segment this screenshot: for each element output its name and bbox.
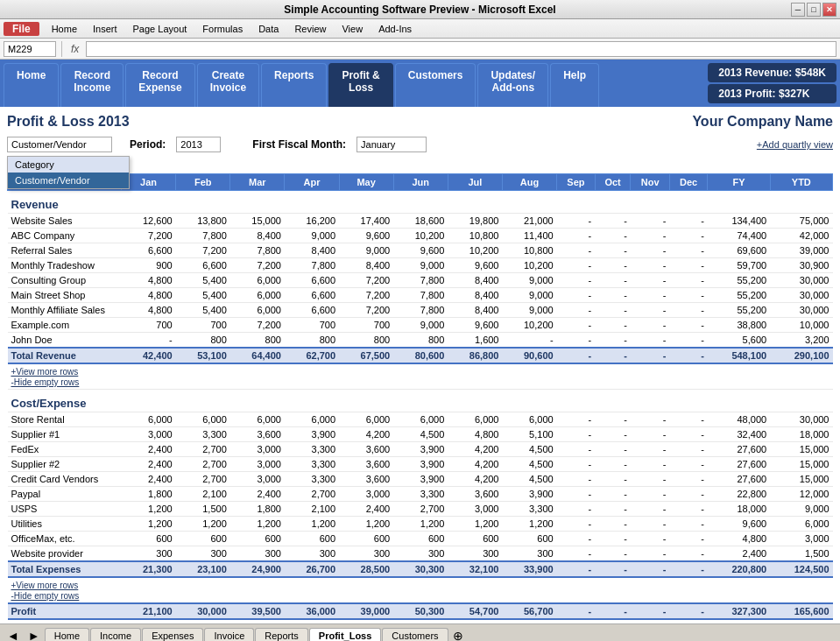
table-row: Utilities1,2001,2001,2001,2001,2001,2001… bbox=[8, 517, 833, 532]
sheet-tab-home[interactable]: Home bbox=[45, 628, 89, 641]
page-title: Profit & Loss 2013 bbox=[7, 114, 130, 130]
fiscal-select[interactable]: January February March bbox=[356, 137, 427, 152]
col-header-apr: Apr bbox=[285, 174, 339, 191]
home-menu[interactable]: Home bbox=[45, 22, 84, 36]
view-menu[interactable]: View bbox=[335, 22, 370, 36]
insert-menu[interactable]: Insert bbox=[86, 22, 124, 36]
tab-profit-loss[interactable]: Profit &Loss bbox=[328, 63, 392, 107]
cell-reference[interactable] bbox=[4, 41, 56, 57]
close-button[interactable]: ✕ bbox=[822, 3, 836, 17]
table-row: Monthly Tradeshow9006,6007,2007,8008,400… bbox=[8, 258, 833, 273]
hide-empty-link[interactable]: -Hide empty rows bbox=[11, 377, 80, 387]
section-header: Revenue bbox=[8, 191, 833, 214]
table-header-row: Jan Feb Mar Apr May Jun Jul Aug Sep Oct … bbox=[8, 174, 833, 191]
tab-create-invoice[interactable]: CreateInvoice bbox=[197, 63, 259, 107]
fx-label: fx bbox=[71, 43, 79, 55]
company-name: Your Company Name bbox=[692, 114, 833, 130]
table-row: Total Revenue42,40053,10064,40062,70067,… bbox=[8, 348, 833, 363]
tab-customers[interactable]: Customers bbox=[395, 63, 476, 107]
tab-record-income[interactable]: RecordIncome bbox=[60, 63, 124, 107]
table-row: Consulting Group4,8005,4006,0006,6007,20… bbox=[8, 273, 833, 288]
sheet-tab-income[interactable]: Income bbox=[90, 628, 141, 641]
table-row: Store Rental6,0006,0006,0006,0006,0006,0… bbox=[8, 412, 833, 427]
col-header-oct: Oct bbox=[595, 174, 631, 191]
add-sheet-button[interactable]: ⊕ bbox=[453, 629, 463, 641]
group-select[interactable]: Customer/Vendor Category bbox=[7, 137, 112, 152]
sheet-tab-profit-loss[interactable]: Profit_Loss bbox=[309, 628, 382, 641]
view-more-link[interactable]: +View more rows bbox=[11, 581, 79, 590]
table-row: Main Street Shop4,8005,4006,0006,6007,20… bbox=[8, 288, 833, 303]
revenue-badge: 2013 Revenue: $548K bbox=[708, 63, 836, 82]
tab-help[interactable]: Help bbox=[550, 63, 599, 107]
badges-container: 2013 Revenue: $548K 2013 Profit: $327K bbox=[708, 63, 836, 107]
view-more-row: +View more rows-Hide empty rows bbox=[8, 577, 833, 603]
col-header-dec: Dec bbox=[669, 174, 708, 191]
table-row: OfficeMax, etc.600600600600600600600600-… bbox=[8, 532, 833, 546]
table-row: John Doe-8008008008008001,600-----5,6003… bbox=[8, 333, 833, 349]
data-table: Jan Feb Mar Apr May Jun Jul Aug Sep Oct … bbox=[7, 173, 833, 620]
group-dropdown-wrapper: Customer/Vendor Category bbox=[7, 137, 112, 152]
formula-divider bbox=[61, 41, 62, 57]
sheet-tab-expenses[interactable]: Expenses bbox=[142, 628, 203, 641]
hide-empty-link[interactable]: -Hide empty rows bbox=[11, 591, 80, 601]
col-header-feb: Feb bbox=[176, 174, 230, 191]
period-dropdown-wrapper: 2013 2012 2011 bbox=[176, 137, 221, 152]
data-menu[interactable]: Data bbox=[251, 22, 286, 36]
page-title-row: Profit & Loss 2013 Your Company Name bbox=[7, 114, 833, 130]
tab-reports[interactable]: Reports bbox=[261, 63, 327, 107]
col-header-sep: Sep bbox=[557, 174, 596, 191]
formula-input[interactable] bbox=[86, 41, 836, 57]
view-more-link[interactable]: +View more rows bbox=[11, 367, 79, 377]
formulas-menu[interactable]: Formulas bbox=[195, 22, 250, 36]
table-row: ABC Company7,2007,8008,4009,0009,60010,2… bbox=[8, 229, 833, 243]
main-content: Profit & Loss 2013 Your Company Name Cus… bbox=[0, 107, 840, 623]
dropdown-option-category[interactable]: Category bbox=[8, 157, 129, 173]
col-header-ytd: YTD bbox=[770, 174, 832, 191]
table-row: Example.com7007007,2007007009,0009,60010… bbox=[8, 318, 833, 333]
table-row: Website provider300300300300300300300300… bbox=[8, 546, 833, 562]
sheet-nav-right[interactable]: ► bbox=[25, 629, 44, 641]
tab-record-expense[interactable]: RecordExpense bbox=[125, 63, 194, 107]
table-row: Referral Sales6,6007,2007,8008,4009,0009… bbox=[8, 243, 833, 258]
table-row: Website Sales12,60013,80015,00016,20017,… bbox=[8, 214, 833, 229]
page-layout-menu[interactable]: Page Layout bbox=[126, 22, 194, 36]
period-select[interactable]: 2013 2012 2011 bbox=[176, 137, 221, 152]
add-quarterly-link[interactable]: +Add quartly view bbox=[757, 139, 833, 150]
sheet-tab-reports[interactable]: Reports bbox=[255, 628, 308, 641]
minimize-button[interactable]: ─ bbox=[791, 3, 805, 17]
table-row: USPS1,2001,5001,8002,1002,4002,7003,0003… bbox=[8, 502, 833, 517]
sheet-tab-customers[interactable]: Customers bbox=[382, 628, 448, 641]
maximize-button[interactable]: □ bbox=[807, 3, 821, 17]
fiscal-month-label: First Fiscal Month: bbox=[252, 138, 346, 151]
col-header-nov: Nov bbox=[631, 174, 669, 191]
group-dropdown-overlay: Category Customer/Vendor bbox=[7, 156, 130, 189]
col-header-jun: Jun bbox=[393, 174, 448, 191]
formula-bar: fx bbox=[0, 39, 840, 60]
window-controls[interactable]: ─ □ ✕ bbox=[791, 3, 836, 17]
review-menu[interactable]: Review bbox=[287, 22, 333, 36]
table-row: Paypal1,8002,1002,4002,7003,0003,3003,60… bbox=[8, 487, 833, 502]
file-menu[interactable]: File bbox=[4, 22, 39, 36]
nav-bar: Home RecordIncome RecordExpense CreateIn… bbox=[0, 60, 840, 107]
col-header-fy: FY bbox=[708, 174, 770, 191]
table-row: Credit Card Vendors2,4002,7003,0003,3003… bbox=[8, 472, 833, 487]
menu-bar: File Home Insert Page Layout Formulas Da… bbox=[0, 19, 840, 39]
sheet-tabs: ◄ ► Home Income Expenses Invoice Reports… bbox=[0, 623, 840, 641]
table-row: Monthly Affiliate Sales4,8005,4006,0006,… bbox=[8, 303, 833, 318]
profit-badge: 2013 Profit: $327K bbox=[708, 84, 836, 103]
col-header-may: May bbox=[339, 174, 393, 191]
table-row: Total Expenses21,30023,10024,90026,70028… bbox=[8, 561, 833, 577]
col-header-mar: Mar bbox=[230, 174, 285, 191]
sheet-nav-left[interactable]: ◄ bbox=[4, 629, 23, 641]
col-header-jul: Jul bbox=[448, 174, 502, 191]
tab-updates-addons[interactable]: Updates/Add-ons bbox=[477, 63, 548, 107]
addins-menu[interactable]: Add-Ins bbox=[371, 22, 419, 36]
table-row: FedEx2,4002,7003,0003,3003,6003,9004,200… bbox=[8, 442, 833, 457]
dropdown-option-customer-vendor[interactable]: Customer/Vendor bbox=[8, 173, 129, 188]
table-row: Profit21,10030,00039,50036,00039,00050,3… bbox=[8, 603, 833, 619]
col-header-aug: Aug bbox=[502, 174, 556, 191]
tab-home[interactable]: Home bbox=[4, 63, 59, 107]
section-header: Cost/Expense bbox=[8, 390, 833, 412]
fiscal-dropdown-wrapper: January February March bbox=[356, 137, 427, 152]
sheet-tab-invoice[interactable]: Invoice bbox=[204, 628, 254, 641]
